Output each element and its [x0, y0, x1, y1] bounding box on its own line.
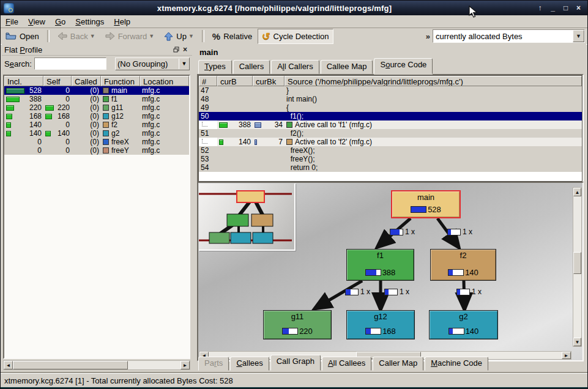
column-header-called[interactable]: Called: [72, 76, 101, 86]
app-icon[interactable]: [4, 3, 14, 13]
node-label: f1: [377, 251, 384, 260]
scroll-left-icon[interactable]: ◄: [4, 361, 13, 369]
dock-float-icon[interactable]: [171, 45, 180, 54]
tab-machine-code[interactable]: Machine Code: [425, 357, 488, 371]
search-input[interactable]: [34, 57, 106, 70]
table-row[interactable]: 140 140 (0) g2 mfg.c: [4, 129, 189, 138]
application-window: xtmemory.kcg.6274 [/home/philippe/valgri…: [0, 0, 588, 389]
column-header-curbk[interactable]: curBk: [253, 76, 285, 86]
relative-button[interactable]: % Relative: [208, 29, 256, 43]
column-header-incl[interactable]: Incl.: [4, 76, 43, 86]
table-row[interactable]: 0 0 (0) freeX mfg.c: [4, 138, 189, 146]
edge-cost-bar: [390, 229, 403, 235]
open-folder-icon: [6, 32, 17, 40]
node-label: g11: [291, 312, 304, 321]
tab-parts: Parts: [198, 357, 229, 371]
close-button[interactable]: ×: [573, 3, 584, 13]
call-graph-view[interactable]: main 528 f1 388 f2 140 g11 220 g12 168 g…: [197, 182, 584, 361]
maximize-button[interactable]: □: [560, 3, 571, 13]
up-dropdown-icon[interactable]: ▼: [188, 33, 194, 39]
source-line[interactable]: 54 return 0;: [199, 163, 582, 172]
forward-button[interactable]: Forward▼: [101, 30, 159, 43]
scrollbar-thumb[interactable]: [13, 361, 128, 369]
source-line[interactable]: 48int main(): [199, 95, 582, 103]
source-code-view: # curB curBk Source ('/home/philippe/val…: [197, 74, 584, 183]
graph-node-g11[interactable]: g11 220: [263, 310, 332, 339]
table-row[interactable]: 528 0 (0) main mfg.c: [4, 86, 189, 95]
column-header-self[interactable]: Self: [43, 76, 72, 86]
back-dropdown-icon[interactable]: ▼: [90, 33, 95, 39]
up-button[interactable]: Up▼: [160, 30, 198, 43]
self-bar: [45, 105, 54, 111]
tab-caller-map[interactable]: Caller Map: [373, 357, 423, 371]
graph-node-g2[interactable]: g2 140: [429, 310, 498, 339]
function-color-swatch: [103, 139, 109, 145]
menu-go[interactable]: Go: [50, 17, 70, 27]
combobox-dropdown-icon[interactable]: ▼: [573, 30, 584, 42]
minimize-button[interactable]: _: [548, 3, 558, 13]
source-line[interactable]: 52 freeX();: [199, 146, 582, 155]
cycle-detection-button[interactable]: ↺ Cycle Detection: [258, 29, 333, 44]
column-header-location[interactable]: Location: [140, 76, 189, 86]
grouping-dropdown-icon[interactable]: ▼: [179, 59, 189, 69]
edge-label-f1-g12: 1 x: [384, 287, 409, 296]
table-row[interactable]: 388 0 (0) f1 mfg.c: [4, 95, 189, 103]
table-row[interactable]: 168 168 (0) g12 mfg.c: [4, 112, 189, 120]
selected-function-title: main: [199, 48, 218, 57]
source-line[interactable]: 51 f2();: [199, 129, 582, 138]
table-row[interactable]: 140 0 (0) f2 mfg.c: [4, 120, 189, 129]
tab-types[interactable]: Types: [198, 60, 232, 74]
tab-callers[interactable]: Callers: [233, 60, 270, 74]
cost-bar: [448, 328, 464, 335]
tab-call-graph[interactable]: Call Graph: [270, 355, 321, 371]
tab-callee-map[interactable]: Callee Map: [321, 60, 373, 74]
incl-bar: [6, 105, 14, 111]
dock-title-bar[interactable]: Flat Profile ×: [2, 44, 192, 56]
tab-callees[interactable]: Callees: [230, 357, 269, 371]
event-type-combobox[interactable]: currently allocated Bytes ▼: [433, 29, 585, 43]
grouping-combobox[interactable]: (No Grouping) ▼: [115, 57, 190, 70]
graph-node-f2[interactable]: f2 140: [430, 249, 496, 281]
forward-arrow-icon: [105, 32, 115, 40]
cost-bar: [365, 328, 381, 335]
source-line-selected[interactable]: 50 f1();: [199, 112, 582, 120]
source-call-line[interactable]: 140 7 Active call to 'f2' (mfg.c): [199, 138, 582, 146]
shade-button[interactable]: ↑: [535, 3, 545, 13]
column-header-function[interactable]: Function: [101, 76, 140, 86]
flat-profile-hscrollbar[interactable]: ◄ ►: [3, 360, 190, 370]
graph-node-g12[interactable]: g12 168: [346, 310, 415, 339]
column-header-curb[interactable]: curB: [217, 76, 253, 86]
graph-node-main[interactable]: main 528: [391, 190, 461, 218]
toolbar-overflow-chevron[interactable]: »: [423, 32, 433, 41]
tab-all-callees[interactable]: All Callees: [322, 357, 371, 371]
menu-help[interactable]: Help: [109, 17, 135, 27]
graph-node-f1[interactable]: f1 388: [346, 249, 414, 281]
table-row[interactable]: 220 220 (0) g11 mfg.c: [4, 103, 189, 112]
incl-bar: [6, 88, 24, 94]
column-header-source[interactable]: Source ('/home/philippe/valgrind/littlep…: [285, 76, 582, 86]
graph-vscrollbar[interactable]: ▲ ▼: [573, 187, 582, 347]
table-row[interactable]: 0 0 (0) freeY mfg.c: [4, 146, 189, 155]
graph-overview-map[interactable]: [199, 183, 296, 251]
scroll-right-icon[interactable]: ►: [180, 361, 190, 369]
column-header-line[interactable]: #: [199, 76, 217, 86]
source-line[interactable]: 53 freeY();: [199, 155, 582, 163]
back-button[interactable]: Back▼: [53, 30, 100, 43]
tab-all-callers[interactable]: All Callers: [271, 60, 319, 74]
scroll-down-icon[interactable]: ▼: [573, 338, 581, 346]
status-bar: xtmemory.kcg.6274 [1] - Total currently …: [1, 373, 587, 387]
menu-file[interactable]: File: [1, 17, 23, 27]
open-button[interactable]: Open: [1, 30, 43, 43]
tab-source-code[interactable]: Source Code: [374, 58, 433, 74]
scroll-right-icon[interactable]: ►: [562, 352, 571, 359]
title-bar[interactable]: xtmemory.kcg.6274 [/home/philippe/valgri…: [1, 1, 587, 15]
source-line[interactable]: 47}: [199, 86, 582, 95]
source-line[interactable]: 49{: [199, 103, 582, 112]
menu-view[interactable]: View: [23, 17, 50, 27]
dock-close-icon[interactable]: ×: [180, 45, 190, 54]
scroll-up-icon[interactable]: ▲: [573, 188, 581, 196]
scrollbar-thumb[interactable]: [573, 252, 581, 274]
source-call-line[interactable]: 388 34 Active call to 'f1' (mfg.c): [199, 120, 582, 129]
forward-dropdown-icon[interactable]: ▼: [149, 33, 154, 39]
menu-settings[interactable]: Settings: [70, 17, 109, 27]
